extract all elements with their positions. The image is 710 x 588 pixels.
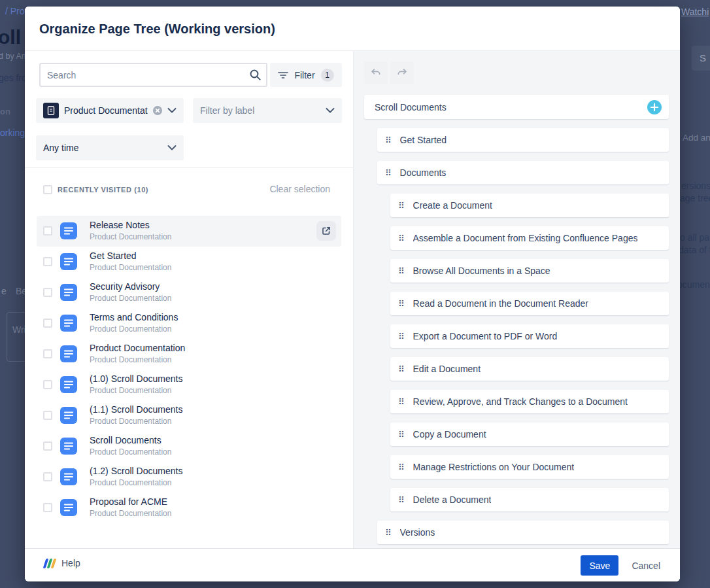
bg-tab: e — [1, 286, 7, 296]
item-subtitle: Product Documentation — [90, 263, 171, 272]
item-title: Get Started — [90, 251, 137, 261]
tree-node[interactable]: ⠿Review, Approve, and Track Changes to a… — [390, 390, 669, 413]
drag-handle-icon[interactable]: ⠿ — [398, 201, 405, 210]
tree-node[interactable]: ⠿Manage Restrictions on Your Document — [390, 455, 669, 479]
page-icon — [60, 222, 77, 239]
tree-root-node[interactable]: Scroll Documents — [364, 95, 669, 119]
item-checkbox[interactable] — [43, 288, 52, 297]
tree-node[interactable]: ⠿Edit a Document — [390, 357, 669, 381]
select-all-checkbox[interactable] — [43, 185, 52, 194]
tree-root-label: Scroll Documents — [375, 102, 447, 112]
tree-node-label: Manage Restrictions on Your Document — [413, 462, 575, 472]
item-checkbox[interactable] — [43, 226, 52, 235]
page-icon — [60, 499, 77, 516]
help-link[interactable]: Help — [44, 558, 80, 568]
item-checkbox[interactable] — [43, 257, 52, 266]
bg-text: ersions — [681, 181, 710, 191]
list-item[interactable]: Get Started Product Documentation — [37, 247, 341, 277]
save-button[interactable]: Save — [581, 555, 618, 576]
time-filter-dropdown[interactable]: Any time — [36, 135, 184, 160]
screen: / Pro oll D d by An ges fro on orking e … — [0, 0, 710, 588]
list-item[interactable]: Terms and Conditions Product Documentati… — [37, 308, 341, 339]
dialog-header: Organize Page Tree (Working version) — [25, 7, 680, 51]
item-checkbox[interactable] — [43, 349, 52, 358]
cancel-button[interactable]: Cancel — [632, 561, 660, 571]
label-filter-placeholder: Filter by label — [200, 105, 254, 116]
search-field-wrap — [39, 63, 267, 87]
item-checkbox[interactable] — [43, 380, 52, 389]
filter-button-label: Filter — [294, 70, 314, 80]
chevron-down-icon — [167, 108, 177, 113]
search-input[interactable] — [39, 63, 267, 87]
tree-node[interactable]: ⠿Browse All Documents in a Space — [390, 259, 669, 283]
clear-selection-link[interactable]: Clear selection — [269, 184, 330, 194]
organize-page-tree-dialog: Organize Page Tree (Working version) Fil… — [25, 7, 680, 581]
drag-handle-icon[interactable]: ⠿ — [398, 332, 405, 341]
page-icon — [60, 376, 77, 393]
page-icon — [60, 407, 77, 424]
drag-handle-icon[interactable]: ⠿ — [385, 528, 392, 537]
tree-node[interactable]: ⠿Versions — [377, 521, 669, 544]
label-filter-dropdown[interactable]: Filter by label — [193, 98, 342, 123]
add-page-button[interactable] — [647, 100, 662, 114]
redo-button[interactable] — [390, 61, 414, 84]
space-filter-dropdown[interactable]: Product Documentat — [36, 98, 184, 123]
item-checkbox[interactable] — [43, 503, 52, 512]
search-panel: Filter 1 Product Documentat — [25, 51, 353, 548]
list-item[interactable]: Security Advisory Product Documentation — [37, 277, 341, 308]
tree-node-label: Documents — [400, 167, 447, 178]
tree-node[interactable]: ⠿Copy a Document — [390, 423, 669, 446]
tree-node[interactable]: ⠿Documents — [377, 161, 669, 184]
drag-handle-icon[interactable]: ⠿ — [398, 365, 405, 373]
list-item[interactable]: Scroll Documents Product Documentation — [37, 431, 341, 462]
item-subtitle: Product Documentation — [90, 417, 171, 426]
list-item[interactable]: Product Documentation Product Documentat… — [37, 339, 341, 370]
item-subtitle: Product Documentation — [90, 509, 171, 518]
item-checkbox[interactable] — [43, 411, 52, 420]
list-item[interactable]: (1.2) Scroll Documents Product Documenta… — [37, 462, 341, 493]
page-icon — [60, 315, 77, 332]
tree-node[interactable]: ⠿Create a Document — [390, 194, 669, 217]
drag-handle-icon[interactable]: ⠿ — [398, 496, 405, 504]
document-icon — [47, 106, 55, 115]
open-in-new-tab-button[interactable] — [316, 221, 336, 241]
time-filter-value: Any time — [43, 143, 78, 153]
list-item[interactable]: Proposal for ACME Product Documentation — [37, 493, 341, 523]
undo-button[interactable] — [364, 61, 388, 84]
filter-button[interactable]: Filter 1 — [270, 63, 342, 87]
tree-node[interactable]: ⠿Export a Document to PDF or Word — [390, 324, 669, 348]
drag-handle-icon[interactable]: ⠿ — [398, 300, 405, 308]
tree-node-label: Assemble a Document from Existing Conflu… — [413, 233, 638, 243]
tree-node-label: Edit a Document — [413, 364, 481, 374]
drag-handle-icon[interactable]: ⠿ — [398, 398, 405, 406]
bg-text: o all pag — [680, 232, 710, 243]
bg-byline: d by An — [0, 52, 26, 61]
tree-node[interactable]: ⠿Read a Document in the Document Reader — [390, 292, 669, 315]
undo-icon — [371, 69, 381, 77]
drag-handle-icon[interactable]: ⠿ — [398, 463, 405, 472]
plus-icon — [647, 100, 662, 114]
tree-node[interactable]: ⠿Delete a Document — [390, 488, 669, 511]
remove-space-filter-icon[interactable] — [153, 106, 162, 115]
item-subtitle: Product Documentation — [90, 355, 171, 364]
tree-node-label: Copy a Document — [413, 429, 486, 440]
list-item[interactable]: (1.0) Scroll Documents Product Documenta… — [37, 370, 341, 400]
list-item[interactable]: Release Notes Product Documentation — [37, 216, 341, 247]
drag-handle-icon[interactable]: ⠿ — [385, 169, 392, 177]
drag-handle-icon[interactable]: ⠿ — [398, 267, 405, 275]
drag-handle-icon[interactable]: ⠿ — [385, 136, 392, 145]
tree-node[interactable]: ⠿Assemble a Document from Existing Confl… — [390, 226, 669, 250]
drag-handle-icon[interactable]: ⠿ — [398, 430, 405, 439]
item-subtitle: Product Documentation — [90, 294, 171, 303]
item-checkbox[interactable] — [43, 319, 52, 328]
drag-handle-icon[interactable]: ⠿ — [398, 234, 405, 243]
item-title: (1.0) Scroll Documents — [90, 373, 182, 384]
item-subtitle: Product Documentation — [90, 478, 171, 487]
tree-node[interactable]: ⠿Get Started — [377, 128, 669, 152]
list-item[interactable]: (1.1) Scroll Documents Product Documenta… — [37, 400, 341, 431]
bg-text: data of t — [679, 245, 710, 255]
item-checkbox[interactable] — [43, 472, 52, 481]
item-checkbox[interactable] — [43, 441, 52, 451]
item-title: Scroll Documents — [90, 435, 161, 445]
tree-node-label: Browse All Documents in a Space — [413, 266, 550, 276]
